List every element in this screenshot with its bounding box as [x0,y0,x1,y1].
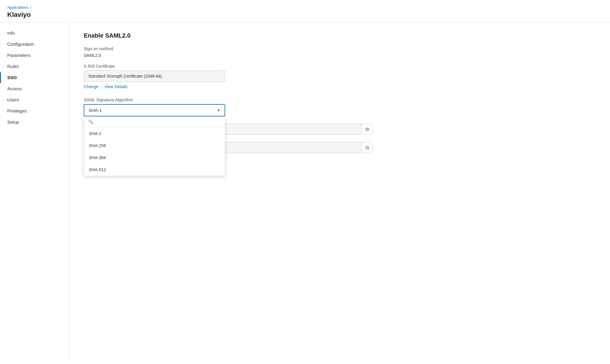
cert-links: Change | View Details [84,84,596,89]
sidebar-item-info[interactable]: Info [0,27,69,39]
sidebar-item-label: Parameters [7,53,31,58]
sign-on-method-value: SAML2.0 [84,53,596,58]
dropdown-option-sha256[interactable]: SHA-256 [84,140,225,152]
dropdown-option-sha512[interactable]: SHA-512 [84,164,225,176]
dropdown-selected-value: SHA-1 [89,108,102,113]
signature-algorithm-dropdown[interactable]: SHA-1 ▼ 🔍 SHA-1 SHA-256 SHA-384 SHA-512 [84,104,225,116]
main-content: Enable SAML2.0 Sign on method SAML2.0 X.… [69,23,610,362]
view-details-link[interactable]: View Details [104,84,128,89]
sign-on-method-label: Sign on method [84,46,596,51]
cert-link-divider: | [101,84,102,89]
sidebar-item-label: Configuration [7,42,34,47]
header: Applications / Klaviyo [0,0,610,23]
signature-algorithm-label: SAML Signature Algorithm [84,97,596,102]
breadcrumb-separator: / [30,5,31,10]
sidebar-item-label: Privileges [7,108,27,113]
copy-icon-1: ⧉ [366,127,369,132]
breadcrumb-parent[interactable]: Applications [7,5,28,10]
dropdown-search-input[interactable] [96,119,221,124]
sidebar-item-label: Rules [7,64,19,69]
dropdown-trigger[interactable]: SHA-1 ▼ [84,104,225,116]
dropdown-search-container: 🔍 [84,116,225,128]
sidebar: Info Configuration Parameters Rules SSO … [0,23,69,362]
sidebar-item-label: Users [7,97,19,102]
search-icon: 🔍 [88,119,93,124]
sidebar-item-access[interactable]: Access [0,83,69,94]
sidebar-item-label: Setup [7,119,19,125]
certificate-label: X.509 Certificate [84,64,596,69]
sidebar-item-users[interactable]: Users [0,94,69,105]
sidebar-item-configuration[interactable]: Configuration [0,39,69,50]
app-layout: Info Configuration Parameters Rules SSO … [0,23,610,362]
change-link[interactable]: Change [84,84,98,89]
copy-icon-2: ⧉ [366,145,369,150]
copy-button-1[interactable]: ⧉ [362,124,373,135]
dropdown-option-sha384[interactable]: SHA-384 [84,152,225,164]
breadcrumb: Applications / [7,5,603,10]
certificate-value: Standard Strength Certificate (2048-bit) [84,70,225,82]
sidebar-item-setup[interactable]: Setup [0,116,69,128]
sidebar-item-label: Access [7,86,22,91]
dropdown-option-sha1[interactable]: SHA-1 [84,128,225,140]
sidebar-item-rules[interactable]: Rules [0,61,69,72]
sidebar-item-parameters[interactable]: Parameters [0,50,69,61]
sidebar-item-privileges[interactable]: Privileges [0,105,69,116]
page-title: Klaviyo [7,11,603,19]
section-title: Enable SAML2.0 [84,32,596,39]
chevron-down-icon: ▼ [217,108,220,113]
dropdown-menu: 🔍 SHA-1 SHA-256 SHA-384 SHA-512 [84,116,225,176]
sidebar-item-label: SSO [7,75,17,80]
sidebar-item-label: Info [7,30,15,35]
sidebar-item-sso[interactable]: SSO [0,72,69,83]
copy-button-2[interactable]: ⧉ [362,142,373,153]
